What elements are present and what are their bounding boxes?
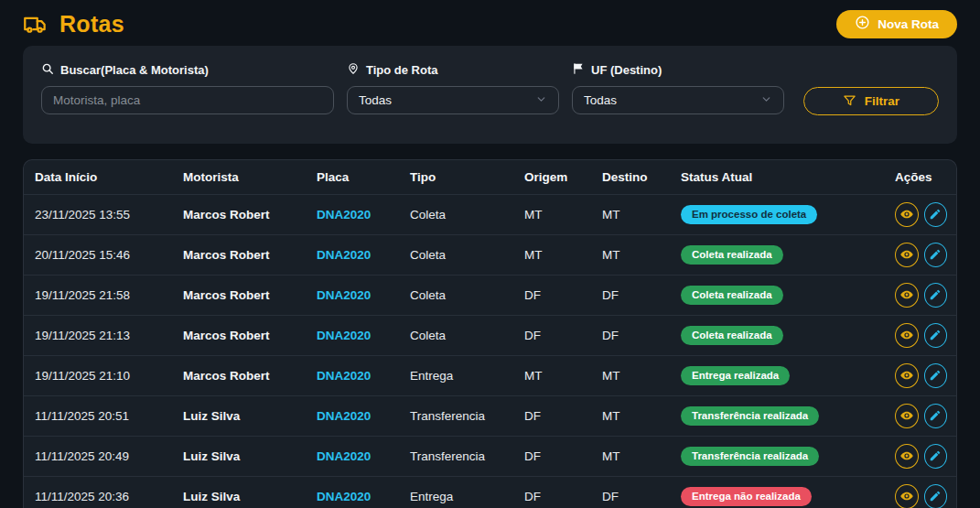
table-body: 23/11/2025 13:55 Marcos Robert DNA2020 C… xyxy=(24,194,957,508)
cell-status: Entrega não realizada xyxy=(670,476,884,508)
column-header-6: Destino xyxy=(591,160,670,194)
row-actions xyxy=(895,243,947,267)
cell-motorista: Marcos Robert xyxy=(172,275,306,315)
cell-destino: DF xyxy=(591,315,670,355)
cell-placa: DNA2020 xyxy=(306,194,399,234)
edit-route-button[interactable] xyxy=(924,444,948,469)
edit-route-button[interactable] xyxy=(924,484,948,508)
cell-data-inicio: 20/11/2025 15:46 xyxy=(24,234,172,275)
cell-data-inicio: 19/11/2025 21:58 xyxy=(24,275,172,315)
title-group: Rotas xyxy=(23,11,124,38)
cell-data-inicio: 11/11/2025 20:49 xyxy=(24,436,172,476)
cell-origem: DF xyxy=(513,275,591,315)
view-route-button[interactable] xyxy=(895,202,919,227)
eye-icon xyxy=(899,489,914,503)
cell-placa: DNA2020 xyxy=(306,234,399,275)
cell-acoes xyxy=(884,355,957,395)
view-route-button[interactable] xyxy=(895,243,919,267)
cell-destino: MT xyxy=(591,355,670,395)
pencil-icon xyxy=(929,449,942,462)
cell-acoes xyxy=(884,234,957,275)
cell-placa: DNA2020 xyxy=(306,315,399,355)
route-type-label: Tipo de Rota xyxy=(347,62,559,78)
route-type-select[interactable]: Todas xyxy=(347,86,559,114)
cell-tipo: Entrega xyxy=(399,355,513,395)
edit-route-button[interactable] xyxy=(924,363,948,388)
cell-placa: DNA2020 xyxy=(306,436,399,476)
table-row: 23/11/2025 13:55 Marcos Robert DNA2020 C… xyxy=(24,194,957,234)
search-field-group: Buscar(Placa & Motorista) xyxy=(41,62,334,114)
cell-origem: DF xyxy=(513,436,591,476)
truck-icon xyxy=(23,12,48,37)
pencil-icon xyxy=(929,409,942,422)
row-actions xyxy=(895,323,947,348)
edit-route-button[interactable] xyxy=(924,404,948,428)
cell-tipo: Coleta xyxy=(399,315,513,355)
new-route-button[interactable]: Nova Rota xyxy=(836,10,957,38)
view-route-button[interactable] xyxy=(895,404,919,428)
pencil-icon xyxy=(929,288,942,301)
status-badge: Coleta realizada xyxy=(681,245,783,265)
cell-status: Coleta realizada xyxy=(670,275,884,315)
cell-status: Transferência realizada xyxy=(670,436,884,476)
cell-status: Entrega realizada xyxy=(670,355,884,395)
search-input[interactable] xyxy=(41,86,334,114)
cell-motorista: Marcos Robert xyxy=(172,194,306,234)
uf-destino-label: UF (Destino) xyxy=(572,62,784,78)
row-actions xyxy=(895,202,947,227)
uf-destino-select[interactable]: Todas xyxy=(572,86,784,114)
row-actions xyxy=(895,484,947,508)
cell-tipo: Coleta xyxy=(399,275,513,315)
table-row: 11/11/2025 20:36 Luiz Silva DNA2020 Entr… xyxy=(24,476,957,508)
cell-status: Transferência realizada xyxy=(670,395,884,436)
view-route-button[interactable] xyxy=(895,323,919,348)
cell-origem: MT xyxy=(513,194,591,234)
row-actions xyxy=(895,283,947,308)
uf-destino-field-group: UF (Destino) Todas xyxy=(572,62,784,114)
map-pin-icon xyxy=(347,62,360,78)
chevron-down-icon xyxy=(535,93,547,108)
status-badge: Entrega não realizada xyxy=(681,487,812,506)
cell-origem: DF xyxy=(513,395,591,436)
edit-route-button[interactable] xyxy=(924,283,948,308)
cell-destino: DF xyxy=(591,476,670,508)
pencil-icon xyxy=(929,248,942,261)
search-label: Buscar(Placa & Motorista) xyxy=(41,62,334,78)
eye-icon xyxy=(899,368,914,383)
table-header-row: Data InícioMotoristaPlacaTipoOrigemDesti… xyxy=(24,160,957,194)
edit-route-button[interactable] xyxy=(924,243,948,267)
table-row: 19/11/2025 21:13 Marcos Robert DNA2020 C… xyxy=(24,315,957,355)
edit-route-button[interactable] xyxy=(924,202,948,227)
filter-button[interactable]: Filtrar xyxy=(803,87,939,115)
cell-destino: DF xyxy=(591,275,670,315)
funnel-icon xyxy=(843,93,856,110)
view-route-button[interactable] xyxy=(895,363,919,388)
cell-acoes xyxy=(884,194,957,234)
view-route-button[interactable] xyxy=(895,283,919,308)
eye-icon xyxy=(899,247,914,262)
cell-data-inicio: 11/11/2025 20:36 xyxy=(24,476,172,508)
cell-acoes xyxy=(884,395,957,436)
cell-origem: MT xyxy=(513,355,591,395)
view-route-button[interactable] xyxy=(895,484,919,508)
page-title: Rotas xyxy=(59,11,124,38)
cell-data-inicio: 19/11/2025 21:13 xyxy=(24,315,172,355)
new-route-label: Nova Rota xyxy=(878,17,939,31)
column-header-5: Origem xyxy=(513,160,591,194)
view-route-button[interactable] xyxy=(895,444,919,469)
filter-card: Buscar(Placa & Motorista) Tipo de Rota T… xyxy=(23,46,957,144)
column-header-3: Placa xyxy=(306,160,399,194)
cell-tipo: Coleta xyxy=(399,194,513,234)
cell-acoes xyxy=(884,436,957,476)
cell-acoes xyxy=(884,275,957,315)
column-header-4: Tipo xyxy=(399,160,513,194)
row-actions xyxy=(895,363,947,388)
cell-data-inicio: 23/11/2025 13:55 xyxy=(24,194,172,234)
cell-tipo: Entrega xyxy=(399,476,513,508)
status-badge: Transferência realizada xyxy=(681,447,819,466)
edit-route-button[interactable] xyxy=(924,323,948,348)
eye-icon xyxy=(899,408,914,423)
pencil-icon xyxy=(929,208,942,221)
cell-status: Coleta realizada xyxy=(670,315,884,355)
cell-origem: DF xyxy=(513,476,591,508)
